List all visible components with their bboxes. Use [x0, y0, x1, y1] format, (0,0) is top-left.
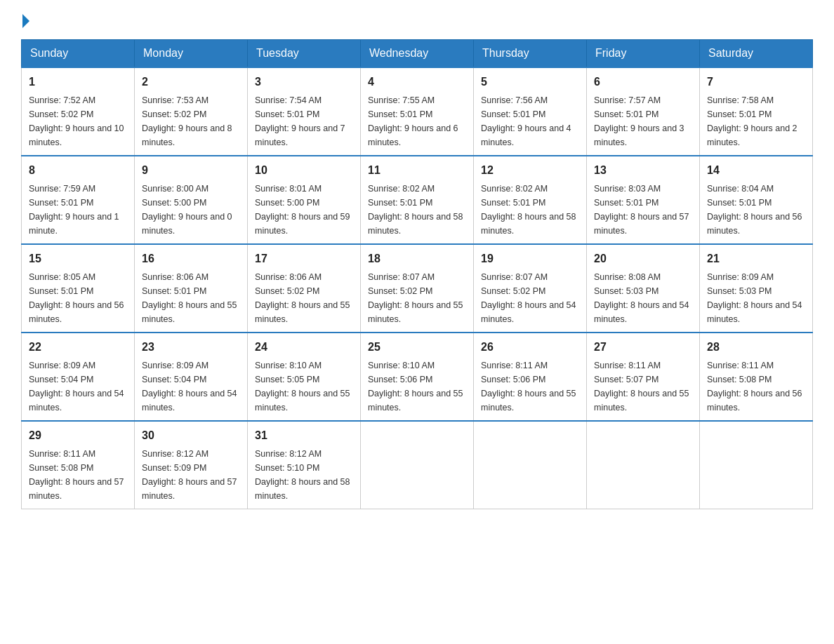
calendar-week-row: 22 Sunrise: 8:09 AM Sunset: 5:04 PM Dayl… — [22, 333, 813, 421]
cell-content: Sunrise: 8:12 AM Sunset: 5:10 PM Dayligh… — [255, 447, 353, 503]
day-number: 15 — [29, 250, 127, 267]
cell-content: Sunrise: 7:56 AM Sunset: 5:01 PM Dayligh… — [481, 93, 579, 149]
cell-content: Sunrise: 8:07 AM Sunset: 5:02 PM Dayligh… — [368, 270, 466, 326]
cell-content: Sunrise: 8:09 AM Sunset: 5:03 PM Dayligh… — [707, 270, 805, 326]
cell-content: Sunrise: 8:08 AM Sunset: 5:03 PM Dayligh… — [594, 270, 692, 326]
day-number: 3 — [255, 74, 353, 90]
day-number: 5 — [481, 74, 579, 90]
day-number: 31 — [255, 427, 353, 444]
day-number: 29 — [29, 427, 127, 444]
day-of-week-header: Saturday — [700, 40, 813, 68]
calendar-day-cell: 29 Sunrise: 8:11 AM Sunset: 5:08 PM Dayl… — [22, 421, 135, 509]
day-number: 23 — [142, 339, 240, 356]
logo — [21, 14, 31, 28]
calendar-day-cell: 11 Sunrise: 8:02 AM Sunset: 5:01 PM Dayl… — [361, 156, 474, 244]
calendar-header-row: SundayMondayTuesdayWednesdayThursdayFrid… — [22, 40, 813, 68]
calendar-day-cell: 27 Sunrise: 8:11 AM Sunset: 5:07 PM Dayl… — [587, 333, 700, 421]
calendar-day-cell: 16 Sunrise: 8:06 AM Sunset: 5:01 PM Dayl… — [135, 244, 248, 333]
cell-content: Sunrise: 8:12 AM Sunset: 5:09 PM Dayligh… — [142, 447, 240, 503]
calendar-week-row: 8 Sunrise: 7:59 AM Sunset: 5:01 PM Dayli… — [22, 156, 813, 244]
calendar-day-cell: 5 Sunrise: 7:56 AM Sunset: 5:01 PM Dayli… — [474, 67, 587, 156]
calendar-day-cell: 7 Sunrise: 7:58 AM Sunset: 5:01 PM Dayli… — [700, 67, 813, 156]
day-of-week-header: Thursday — [474, 40, 587, 68]
calendar-day-cell: 28 Sunrise: 8:11 AM Sunset: 5:08 PM Dayl… — [700, 333, 813, 421]
cell-content: Sunrise: 7:59 AM Sunset: 5:01 PM Dayligh… — [29, 182, 127, 238]
calendar-day-cell: 3 Sunrise: 7:54 AM Sunset: 5:01 PM Dayli… — [248, 67, 361, 156]
cell-content: Sunrise: 8:02 AM Sunset: 5:01 PM Dayligh… — [368, 182, 466, 238]
day-number: 25 — [368, 339, 466, 356]
day-number: 2 — [142, 74, 240, 90]
calendar-day-cell — [700, 421, 813, 509]
day-number: 9 — [142, 162, 240, 179]
calendar-day-cell: 26 Sunrise: 8:11 AM Sunset: 5:06 PM Dayl… — [474, 333, 587, 421]
calendar-day-cell: 24 Sunrise: 8:10 AM Sunset: 5:05 PM Dayl… — [248, 333, 361, 421]
calendar-day-cell: 13 Sunrise: 8:03 AM Sunset: 5:01 PM Dayl… — [587, 156, 700, 244]
calendar-day-cell: 25 Sunrise: 8:10 AM Sunset: 5:06 PM Dayl… — [361, 333, 474, 421]
cell-content: Sunrise: 8:11 AM Sunset: 5:07 PM Dayligh… — [594, 358, 692, 415]
cell-content: Sunrise: 8:09 AM Sunset: 5:04 PM Dayligh… — [142, 358, 240, 415]
calendar-day-cell: 6 Sunrise: 7:57 AM Sunset: 5:01 PM Dayli… — [587, 67, 700, 156]
calendar-day-cell: 10 Sunrise: 8:01 AM Sunset: 5:00 PM Dayl… — [248, 156, 361, 244]
calendar-day-cell: 2 Sunrise: 7:53 AM Sunset: 5:02 PM Dayli… — [135, 67, 248, 156]
calendar-day-cell: 14 Sunrise: 8:04 AM Sunset: 5:01 PM Dayl… — [700, 156, 813, 244]
calendar-day-cell — [587, 421, 700, 509]
day-number: 4 — [368, 74, 466, 90]
cell-content: Sunrise: 8:10 AM Sunset: 5:06 PM Dayligh… — [368, 358, 466, 415]
day-of-week-header: Wednesday — [361, 40, 474, 68]
cell-content: Sunrise: 8:10 AM Sunset: 5:05 PM Dayligh… — [255, 358, 353, 415]
day-number: 28 — [707, 339, 805, 356]
calendar-day-cell: 4 Sunrise: 7:55 AM Sunset: 5:01 PM Dayli… — [361, 67, 474, 156]
calendar-day-cell: 15 Sunrise: 8:05 AM Sunset: 5:01 PM Dayl… — [22, 244, 135, 333]
calendar-day-cell: 18 Sunrise: 8:07 AM Sunset: 5:02 PM Dayl… — [361, 244, 474, 333]
day-of-week-header: Friday — [587, 40, 700, 68]
cell-content: Sunrise: 7:57 AM Sunset: 5:01 PM Dayligh… — [594, 93, 692, 149]
cell-content: Sunrise: 7:52 AM Sunset: 5:02 PM Dayligh… — [29, 93, 127, 149]
cell-content: Sunrise: 8:11 AM Sunset: 5:06 PM Dayligh… — [481, 358, 579, 415]
day-number: 7 — [707, 74, 805, 90]
day-number: 19 — [481, 250, 579, 267]
logo-arrow-icon — [22, 14, 29, 28]
calendar-day-cell: 1 Sunrise: 7:52 AM Sunset: 5:02 PM Dayli… — [22, 67, 135, 156]
day-number: 18 — [368, 250, 466, 267]
cell-content: Sunrise: 8:06 AM Sunset: 5:02 PM Dayligh… — [255, 270, 353, 326]
calendar-day-cell — [361, 421, 474, 509]
cell-content: Sunrise: 7:53 AM Sunset: 5:02 PM Dayligh… — [142, 93, 240, 149]
calendar-day-cell: 30 Sunrise: 8:12 AM Sunset: 5:09 PM Dayl… — [135, 421, 248, 509]
day-number: 30 — [142, 427, 240, 444]
calendar-day-cell: 23 Sunrise: 8:09 AM Sunset: 5:04 PM Dayl… — [135, 333, 248, 421]
day-number: 24 — [255, 339, 353, 356]
cell-content: Sunrise: 8:00 AM Sunset: 5:00 PM Dayligh… — [142, 182, 240, 238]
cell-content: Sunrise: 8:02 AM Sunset: 5:01 PM Dayligh… — [481, 182, 579, 238]
cell-content: Sunrise: 8:04 AM Sunset: 5:01 PM Dayligh… — [707, 182, 805, 238]
cell-content: Sunrise: 8:03 AM Sunset: 5:01 PM Dayligh… — [594, 182, 692, 238]
calendar-day-cell: 19 Sunrise: 8:07 AM Sunset: 5:02 PM Dayl… — [474, 244, 587, 333]
cell-content: Sunrise: 7:54 AM Sunset: 5:01 PM Dayligh… — [255, 93, 353, 149]
calendar-day-cell: 31 Sunrise: 8:12 AM Sunset: 5:10 PM Dayl… — [248, 421, 361, 509]
cell-content: Sunrise: 8:11 AM Sunset: 5:08 PM Dayligh… — [29, 447, 127, 503]
day-number: 6 — [594, 74, 692, 90]
calendar-day-cell: 22 Sunrise: 8:09 AM Sunset: 5:04 PM Dayl… — [22, 333, 135, 421]
day-number: 21 — [707, 250, 805, 267]
day-number: 13 — [594, 162, 692, 179]
day-number: 17 — [255, 250, 353, 267]
day-number: 8 — [29, 162, 127, 179]
day-number: 1 — [29, 74, 127, 90]
calendar-week-row: 15 Sunrise: 8:05 AM Sunset: 5:01 PM Dayl… — [22, 244, 813, 333]
cell-content: Sunrise: 8:07 AM Sunset: 5:02 PM Dayligh… — [481, 270, 579, 326]
day-of-week-header: Sunday — [22, 40, 135, 68]
calendar-day-cell: 17 Sunrise: 8:06 AM Sunset: 5:02 PM Dayl… — [248, 244, 361, 333]
day-of-week-header: Monday — [135, 40, 248, 68]
day-number: 22 — [29, 339, 127, 356]
day-number: 14 — [707, 162, 805, 179]
cell-content: Sunrise: 8:06 AM Sunset: 5:01 PM Dayligh… — [142, 270, 240, 326]
day-number: 26 — [481, 339, 579, 356]
day-number: 27 — [594, 339, 692, 356]
calendar-day-cell: 8 Sunrise: 7:59 AM Sunset: 5:01 PM Dayli… — [22, 156, 135, 244]
cell-content: Sunrise: 8:11 AM Sunset: 5:08 PM Dayligh… — [707, 358, 805, 415]
day-number: 10 — [255, 162, 353, 179]
day-number: 11 — [368, 162, 466, 179]
day-number: 16 — [142, 250, 240, 267]
calendar-table: SundayMondayTuesdayWednesdayThursdayFrid… — [21, 39, 813, 509]
calendar-week-row: 29 Sunrise: 8:11 AM Sunset: 5:08 PM Dayl… — [22, 421, 813, 509]
cell-content: Sunrise: 8:05 AM Sunset: 5:01 PM Dayligh… — [29, 270, 127, 326]
